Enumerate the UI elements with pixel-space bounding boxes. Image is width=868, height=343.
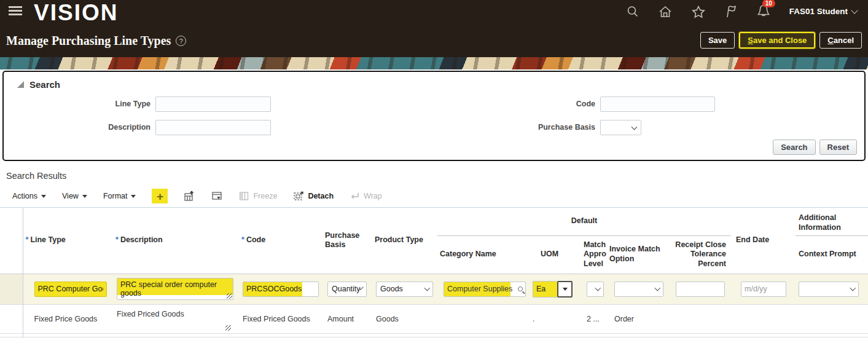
col-header-line-type[interactable]: *Line Type [23,208,114,274]
description-cell-textarea[interactable]: PRC special order computer goods [117,278,233,300]
search-icon[interactable] [626,5,639,18]
chevron-down-icon [41,195,46,198]
favorites-star-icon[interactable] [691,5,706,18]
match-approval-level-cell[interactable]: 2 ... [581,304,608,333]
page-title: Manage Purchasing Line Types [6,34,171,48]
search-panel-title: Search [29,79,60,90]
purchase-basis-cell-select[interactable]: Quantity [327,282,367,297]
search-button[interactable]: Search [773,140,815,155]
detach-button[interactable]: Detach [293,191,334,202]
col-header-match-approval-level[interactable]: Match Appro Level [581,235,608,274]
context-prompt-cell-select[interactable] [799,282,859,297]
invoice-match-option-cell-select[interactable] [614,282,663,297]
resize-handle-icon[interactable] [225,325,231,331]
hamburger-menu-icon[interactable] [9,6,22,16]
help-icon[interactable]: ? [176,36,186,46]
invoice-match-option-cell[interactable]: Order [608,304,670,333]
receipt-close-tolerance-cell-input[interactable] [676,282,725,297]
resize-handle-icon[interactable] [227,293,232,299]
col-header-receipt-close-tolerance[interactable]: Receipt Close Tolerance Percent [670,235,731,274]
col-header-end-date[interactable]: End Date [731,208,796,274]
row-selector-cell[interactable] [0,304,23,333]
description-input[interactable] [155,120,271,135]
results-toolbar: Actions View Format + Freeze Detach Wrap [12,187,868,205]
col-header-invoice-match-option[interactable]: Invoice Match Option [608,235,670,274]
category-name-cell[interactable] [437,304,530,333]
line-type-cell-input[interactable] [34,282,107,297]
chevron-down-icon [850,285,855,291]
move-to-top-icon[interactable] [184,191,195,202]
uom-cell[interactable]: . [530,304,581,333]
product-type-cell-select[interactable]: Goods [376,282,433,297]
search-panel: Search Line Type Code Description Purcha… [2,71,866,161]
col-header-description[interactable]: *Description [114,208,240,274]
line-type-label: Line Type [4,100,151,108]
query-by-example-icon[interactable] [211,191,223,202]
purchase-basis-label: Purchase Basis [359,123,595,132]
description-cell[interactable]: Fixed Priced Goods [114,304,240,333]
wrap-button: Wrap [350,192,382,201]
code-cell[interactable]: Fixed Priced Goods [240,304,324,333]
description-label: Description [4,123,151,132]
table-row-selected[interactable]: PRC special order computer goods Quantit… [0,274,868,304]
uom-dropdown-button[interactable] [557,281,573,298]
context-prompt-cell[interactable] [796,304,868,333]
notification-badge: 10 [762,0,775,7]
reset-button[interactable]: Reset [819,140,857,155]
row-selector-header [0,208,23,274]
decorative-banner [0,57,868,69]
col-group-default: Default [437,208,731,235]
chevron-down-icon [654,285,660,291]
end-date-cell[interactable] [731,304,796,333]
header-actions: Save Save and Close Cancel [700,32,862,49]
table-row-partial[interactable] [0,333,868,337]
chevron-down-icon [631,124,638,130]
end-date-cell-input[interactable] [741,282,786,297]
col-header-product-type[interactable]: Product Type [372,208,437,274]
user-menu[interactable]: FAS01 Student [789,7,857,16]
notifications-bell-icon[interactable]: 10 [756,4,771,19]
format-menu[interactable]: Format [103,192,136,200]
match-approval-level-cell-select[interactable] [587,282,604,297]
save-button[interactable]: Save [700,32,735,49]
col-header-purchase-basis[interactable]: Purchase Basis [324,208,372,274]
table-row[interactable]: Fixed Price Goods Fixed Priced Goods Fix… [0,304,868,333]
user-name: FAS01 Student [789,7,848,16]
add-row-icon[interactable]: + [152,189,168,203]
code-label: Code [359,100,595,108]
line-type-cell[interactable]: Fixed Price Goods [23,304,114,333]
results-title: Search Results [6,171,868,181]
row-selector-cell[interactable] [0,274,23,304]
actions-menu[interactable]: Actions [12,192,46,200]
triangle-down-icon [563,288,568,291]
col-group-additional-information: Additional Information [796,208,868,235]
code-input[interactable] [600,97,715,112]
code-cell-input[interactable] [243,282,319,297]
product-type-cell[interactable]: Goods [372,304,437,333]
search-form: Line Type Code Description Purchase Basi… [4,92,864,139]
freeze-button: Freeze [239,191,277,201]
purchase-basis-cell[interactable]: Amount [324,304,372,333]
chevron-down-icon [424,285,429,291]
col-header-context-prompt[interactable]: Context Prompt [796,235,868,274]
receipt-close-tolerance-cell[interactable] [670,304,731,333]
purchase-basis-select[interactable] [600,120,641,135]
save-and-close-button[interactable]: Save and Close [739,32,815,49]
category-name-cell-input[interactable]: Computer Supplies [444,282,526,297]
home-icon[interactable] [658,5,673,18]
collapse-triangle-icon[interactable] [17,81,24,88]
line-type-input[interactable] [155,97,271,112]
view-menu[interactable]: View [62,192,87,200]
app-header: VISION 10 FAS01 Student Manage Purchasin… [0,0,868,57]
chevron-down-icon [595,285,600,291]
col-header-category-name[interactable]: Category Name [437,235,530,274]
col-header-uom[interactable]: UOM [530,235,581,274]
lookup-magnifier-icon[interactable] [518,286,523,291]
uom-cell-combobox[interactable] [533,281,573,298]
cancel-button[interactable]: Cancel [819,32,862,49]
watchlist-flag-icon[interactable] [724,4,738,19]
global-icons: 10 FAS01 Student [626,4,857,19]
results-table: *Line Type *Description *Code Purchase B… [0,208,868,337]
col-header-code[interactable]: *Code [240,208,324,274]
chevron-down-icon [131,195,136,198]
